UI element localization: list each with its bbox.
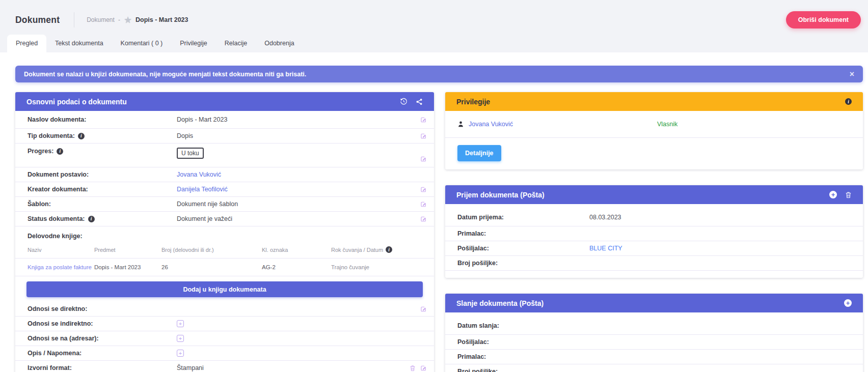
privileges-card-title: Privilegije bbox=[456, 98, 490, 106]
field-label: Naslov dokumenta: bbox=[28, 116, 177, 123]
user-link[interactable]: Danijela Teofilović bbox=[177, 186, 228, 193]
field-label: Izvorni format: bbox=[28, 364, 177, 371]
mail-receive-card-header: Prijem dokumenta (Pošta) + bbox=[445, 185, 863, 204]
edit-icon[interactable] bbox=[420, 306, 427, 312]
ledger-col-broj: Broj (delovodni ili dr.) bbox=[161, 242, 262, 258]
field-row-primalac: Primalac: bbox=[445, 226, 863, 241]
field-label: Primalac: bbox=[457, 353, 589, 360]
sender-link[interactable]: BLUE CITY bbox=[589, 245, 622, 252]
field-row-posiljalac: Pošiljalac: bbox=[445, 335, 863, 350]
edit-icon[interactable] bbox=[420, 133, 427, 139]
privilege-user-link[interactable]: Jovana Vuković bbox=[469, 121, 513, 128]
info-icon[interactable]: i bbox=[386, 246, 392, 253]
breadcrumb: Dokument - ★ Dopis - Mart 2023 bbox=[87, 15, 188, 24]
add-circle-icon[interactable]: + bbox=[829, 191, 837, 198]
field-value: Dopis - Mart 2023 bbox=[177, 116, 227, 123]
ledger-col-predmet: Predmet bbox=[94, 242, 161, 258]
ledger-cell-broj: 26 bbox=[161, 259, 262, 276]
edit-icon[interactable] bbox=[420, 216, 427, 222]
edit-icon[interactable] bbox=[420, 186, 427, 193]
tab-bar: Pregled Tekst dokumenta Komentari ( 0 ) … bbox=[0, 35, 868, 52]
field-label: Datum prijema: bbox=[457, 214, 589, 221]
trash-icon[interactable] bbox=[410, 365, 416, 371]
info-icon[interactable]: i bbox=[88, 216, 95, 222]
info-icon[interactable]: i bbox=[845, 98, 852, 105]
mail-send-card-header: Slanje dokumenta (Pošta) + bbox=[445, 294, 863, 312]
ledger-cell-kl-oznaka: AG-2 bbox=[262, 259, 331, 276]
field-row-broj-posiljke: Broj pošiljke: bbox=[445, 256, 863, 271]
field-label: Broj pošiljke: bbox=[457, 260, 589, 267]
edit-icon[interactable] bbox=[420, 117, 427, 123]
add-plus-icon[interactable]: + bbox=[177, 320, 184, 327]
favorite-star-icon[interactable]: ★ bbox=[124, 15, 132, 24]
ledger-cell-rok: Trajno čuvanje bbox=[331, 259, 423, 276]
info-icon[interactable]: i bbox=[57, 148, 63, 155]
right-column: Privilegije i Jovana Vuković Vlasnik Det… bbox=[445, 92, 863, 372]
field-row-sablon: Šablon: Dokument nije šablon bbox=[15, 197, 434, 212]
info-icon[interactable]: i bbox=[78, 133, 85, 139]
page-title: Dokument bbox=[15, 15, 60, 25]
add-plus-icon[interactable]: + bbox=[177, 350, 184, 357]
ledger-book-link[interactable]: Knjiga za poslate fakture bbox=[28, 264, 92, 270]
page-header: Dokument Dokument - ★ Dopis - Mart 2023 … bbox=[0, 0, 868, 52]
delete-document-button[interactable]: Obriši dokument bbox=[786, 11, 861, 28]
tab-pregled[interactable]: Pregled bbox=[7, 35, 46, 52]
edit-icon[interactable] bbox=[420, 155, 427, 164]
breadcrumb-current: Dopis - Mart 2023 bbox=[135, 16, 188, 23]
field-row-direktno: Odnosi se direktno: bbox=[15, 302, 434, 317]
trash-icon[interactable] bbox=[845, 191, 852, 198]
breadcrumb-root[interactable]: Dokument bbox=[87, 16, 115, 23]
field-label: Tip dokumenta: bbox=[28, 132, 75, 139]
field-value: Štampani bbox=[177, 364, 204, 371]
alert-text: Dokument se nalazi u knjizi dokumenata, … bbox=[24, 71, 306, 78]
field-row-broj-posiljke: Broj pošiljke: bbox=[445, 364, 863, 372]
tab-privilegije[interactable]: Privilegije bbox=[171, 35, 216, 52]
tab-relacije[interactable]: Relacije bbox=[216, 35, 256, 52]
history-icon[interactable] bbox=[400, 98, 408, 105]
details-button[interactable]: Detaljnije bbox=[457, 145, 501, 161]
field-value: 08.03.2023 bbox=[589, 214, 621, 221]
field-label: Broj pošiljke: bbox=[457, 368, 589, 372]
alert-close-icon[interactable]: × bbox=[850, 70, 854, 78]
field-label: Kreator dokumenta: bbox=[28, 186, 177, 193]
add-to-document-book-button[interactable]: Dodaj u knjigu dokumenata bbox=[26, 281, 423, 297]
mail-send-card-title: Slanje dokumenta (Pošta) bbox=[456, 299, 544, 307]
add-plus-icon[interactable]: + bbox=[177, 335, 184, 342]
tab-odobrenja[interactable]: Odobrenja bbox=[256, 35, 303, 52]
ledger-table-header: Naziv Predmet Broj (delovodni ili dr.) K… bbox=[15, 242, 434, 259]
tab-tekst-dokumenta[interactable]: Tekst dokumenta bbox=[46, 35, 112, 52]
field-row-tip: Tip dokumenta:i Dopis bbox=[15, 129, 434, 144]
field-row-primalac: Primalac: bbox=[445, 350, 863, 364]
ledger-col-kl-oznaka: Kl. oznaka bbox=[262, 242, 331, 258]
breadcrumb-separator: - bbox=[118, 16, 120, 23]
field-row-adresar: Odnosi se na (adresar): + bbox=[15, 331, 434, 346]
field-label: Primalac: bbox=[457, 230, 589, 237]
document-basic-info-card: Osnovni podaci o dokumentu Naslov dokume… bbox=[15, 92, 434, 372]
field-value: Dokument nije šablon bbox=[177, 201, 238, 208]
add-circle-icon[interactable]: + bbox=[844, 299, 852, 307]
field-value: Dopis bbox=[177, 132, 193, 139]
field-row-izvorni: Izvorni format: Štampani bbox=[15, 361, 434, 372]
mail-send-card: Slanje dokumenta (Pošta) + Datum slanja:… bbox=[445, 294, 863, 372]
field-row-postavio: Dokument postavio: Jovana Vuković bbox=[15, 167, 434, 182]
field-label: Dokument postavio: bbox=[28, 171, 177, 178]
field-row-datum-prijema: Datum prijema: 08.03.2023 bbox=[445, 209, 863, 226]
mail-receive-card-title: Prijem dokumenta (Pošta) bbox=[456, 191, 545, 199]
privilege-role: Vlasnik bbox=[657, 121, 851, 128]
field-row-naslov: Naslov dokumenta: Dopis - Mart 2023 bbox=[15, 111, 434, 129]
mail-send-rows: Datum slanja: Pošiljalac: Primalac: Broj… bbox=[445, 312, 863, 372]
ledger-table-row: Knjiga za poslate fakture Dopis - Mart 2… bbox=[15, 259, 434, 276]
tab-komentari[interactable]: Komentari ( 0 ) bbox=[112, 35, 172, 52]
basic-info-card-header: Osnovni podaci o dokumentu bbox=[15, 92, 434, 111]
field-label: Odnosi se na (adresar): bbox=[28, 335, 177, 342]
edit-icon[interactable] bbox=[420, 201, 427, 208]
privileges-card-header: Privilegije i bbox=[445, 92, 863, 111]
edit-icon[interactable] bbox=[420, 365, 427, 371]
field-row-kreator: Kreator dokumenta: Danijela Teofilović bbox=[15, 182, 434, 197]
user-link[interactable]: Jovana Vuković bbox=[177, 171, 221, 178]
privilege-row: Jovana Vuković Vlasnik bbox=[445, 111, 863, 138]
mail-receive-rows: Datum prijema: 08.03.2023 Primalac: Poši… bbox=[445, 204, 863, 278]
share-icon[interactable] bbox=[416, 98, 423, 105]
ledger-col-naziv: Naziv bbox=[28, 242, 94, 258]
person-icon bbox=[457, 121, 464, 128]
